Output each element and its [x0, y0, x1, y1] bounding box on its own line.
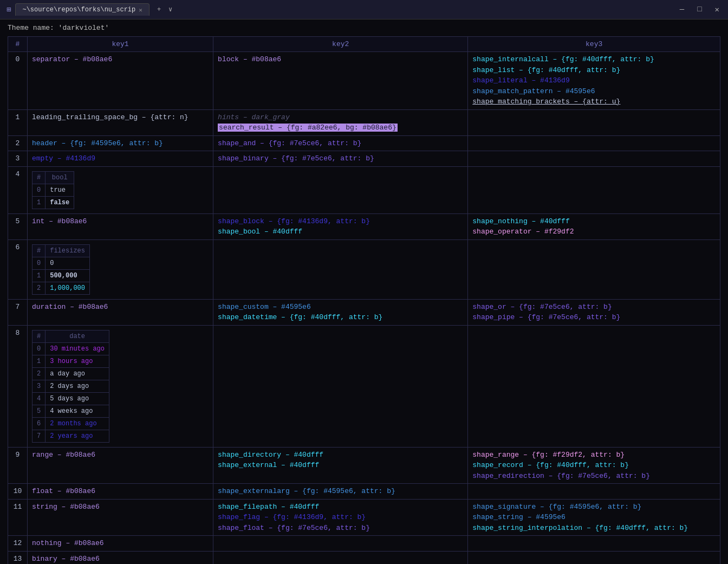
row-num: 8: [8, 325, 28, 447]
inner-row-num: 6: [32, 417, 46, 430]
cell-key2: shape_directory – #40dfff shape_external…: [213, 447, 468, 484]
inner-col-bool: bool: [46, 171, 74, 184]
cell-key1: #date 030 minutes ago 13 hours ago 2a da…: [28, 325, 213, 447]
inner-row-num: 7: [32, 430, 46, 442]
cell-key2: [213, 551, 468, 564]
cell-key3: shape_range – {fg: #f29df2, attr: b} sha…: [468, 447, 720, 484]
table-row: 6 #filesizes 00 1500,000 21,000,000: [8, 239, 720, 299]
table-row: 12 nothing – #b08ae6: [8, 536, 720, 552]
cell-key3: shape_nothing – #40dfff shape_operator –…: [468, 213, 720, 239]
row-num: 1: [8, 109, 28, 135]
table-row: 0 separator – #b08ae6 block – #b08ae6 sh…: [8, 52, 720, 110]
cell-key2: shape_block – {fg: #4136d9, attr: b} sha…: [213, 213, 468, 239]
window-controls: — □ ✕: [678, 5, 722, 14]
cell-key2: shape_and – {fg: #7e5ce6, attr: b}: [213, 135, 468, 151]
inner-row-num: 2: [32, 367, 46, 380]
table-row: 11 string – #b08ae6 shape_filepath – #40…: [8, 499, 720, 536]
cell-key1: binary – #b08ae6: [28, 551, 213, 564]
cell-key1: #filesizes 00 1500,000 21,000,000: [28, 239, 213, 299]
cell-key3: shape_internalcall – {fg: #40dfff, attr:…: [468, 52, 720, 110]
table-row: 4 #bool 0true 1false: [8, 166, 720, 213]
terminal-icon: ⊞: [6, 5, 11, 14]
cell-key2: [213, 166, 468, 213]
title-bar: ⊞ ~\source\repos\forks\nu_scrip ✕ + ∨ — …: [0, 0, 728, 20]
inner-row-num: 0: [32, 257, 46, 269]
row-num: 11: [8, 499, 28, 536]
inner-cell: 0: [46, 257, 90, 269]
cell-key1: range – #b08ae6: [28, 447, 213, 484]
table-row: 1 leading_trailing_space_bg – {attr: n} …: [8, 109, 720, 135]
inner-row-num: 0: [32, 342, 46, 355]
cell-key1: int – #b08ae6: [28, 213, 213, 239]
cell-key2: [213, 239, 468, 299]
cell-key1: header – {fg: #4595e6, attr: b}: [28, 135, 213, 151]
row-num: 12: [8, 536, 28, 552]
table-row: 7 duration – #b08ae6 shape_custom – #459…: [8, 299, 720, 325]
tab-dropdown-button[interactable]: ∨: [168, 5, 172, 14]
inner-row-num: 2: [32, 282, 46, 294]
inner-cell: 500,000: [46, 269, 90, 282]
inner-cell: 2 months ago: [46, 417, 109, 430]
inner-col-hash: #: [32, 171, 46, 184]
inner-row-num: 4: [32, 392, 46, 405]
cell-key3: [468, 551, 720, 564]
cell-key1: string – #b08ae6: [28, 499, 213, 536]
inner-cell: 2 days ago: [46, 380, 109, 392]
inner-cell: 2 years ago: [46, 430, 109, 442]
cell-key1: leading_trailing_space_bg – {attr: n}: [28, 109, 213, 135]
theme-label: Theme name: 'darkviolet': [0, 20, 728, 36]
cell-key3: [468, 484, 720, 500]
tab-close-button[interactable]: ✕: [139, 7, 142, 14]
table-row: 10 float – #b08ae6 shape_externalarg – {…: [8, 484, 720, 500]
maximize-button[interactable]: □: [695, 5, 704, 14]
cell-key2: block – #b08ae6: [213, 52, 468, 110]
inner-cell: true: [46, 184, 74, 196]
tab-active[interactable]: ~\source\repos\forks\nu_scrip ✕: [15, 3, 149, 16]
cell-key1: empty – #4136d9: [28, 151, 213, 167]
cell-key2: [213, 325, 468, 447]
table-row: 8 #date 030 minutes ago 13 hours ago 2a …: [8, 325, 720, 447]
inner-row-num: 0: [32, 184, 46, 196]
table-row: 13 binary – #b08ae6: [8, 551, 720, 564]
inner-date-table: #date 030 minutes ago 13 hours ago 2a da…: [32, 330, 109, 443]
inner-cell: false: [46, 196, 74, 209]
cell-key1: float – #b08ae6: [28, 484, 213, 500]
col-header-key1: key1: [28, 37, 213, 52]
cell-key1: duration – #b08ae6: [28, 299, 213, 325]
inner-col-hash: #: [32, 244, 46, 257]
inner-cell: 5 days ago: [46, 392, 109, 405]
row-num: 2: [8, 135, 28, 151]
row-num: 6: [8, 239, 28, 299]
close-button[interactable]: ✕: [713, 5, 722, 14]
table-row: 2 header – {fg: #4595e6, attr: b} shape_…: [8, 135, 720, 151]
inner-row-num: 1: [32, 269, 46, 282]
inner-cell: 30 minutes ago: [46, 342, 109, 355]
cell-key2: [213, 536, 468, 552]
cell-key2: shape_binary – {fg: #7e5ce6, attr: b}: [213, 151, 468, 167]
inner-row-num: 5: [32, 405, 46, 417]
inner-cell: a day ago: [46, 367, 109, 380]
row-num: 4: [8, 166, 28, 213]
cell-key2: shape_filepath – #40dfff shape_flag – {f…: [213, 499, 468, 536]
add-tab-button[interactable]: +: [154, 6, 164, 14]
minimize-button[interactable]: —: [678, 5, 686, 14]
cell-key1: nothing – #b08ae6: [28, 536, 213, 552]
row-num: 7: [8, 299, 28, 325]
row-num: 10: [8, 484, 28, 500]
inner-col-filesizes: filesizes: [46, 244, 90, 257]
inner-bool-table: #bool 0true 1false: [32, 171, 74, 209]
cell-key3: shape_or – {fg: #7e5ce6, attr: b} shape_…: [468, 299, 720, 325]
cell-key3: [468, 325, 720, 447]
row-num: 9: [8, 447, 28, 484]
table-row: 3 empty – #4136d9 shape_binary – {fg: #7…: [8, 151, 720, 167]
inner-cell: 3 hours ago: [46, 355, 109, 367]
cell-key3: [468, 239, 720, 299]
cell-key3: [468, 536, 720, 552]
cell-key3: [468, 109, 720, 135]
inner-row-num: 1: [32, 355, 46, 367]
cell-key3: shape_signature – {fg: #4595e6, attr: b}…: [468, 499, 720, 536]
inner-cell: 1,000,000: [46, 282, 90, 294]
inner-row-num: 1: [32, 196, 46, 209]
row-num: 13: [8, 551, 28, 564]
col-header-key3: key3: [468, 37, 720, 52]
